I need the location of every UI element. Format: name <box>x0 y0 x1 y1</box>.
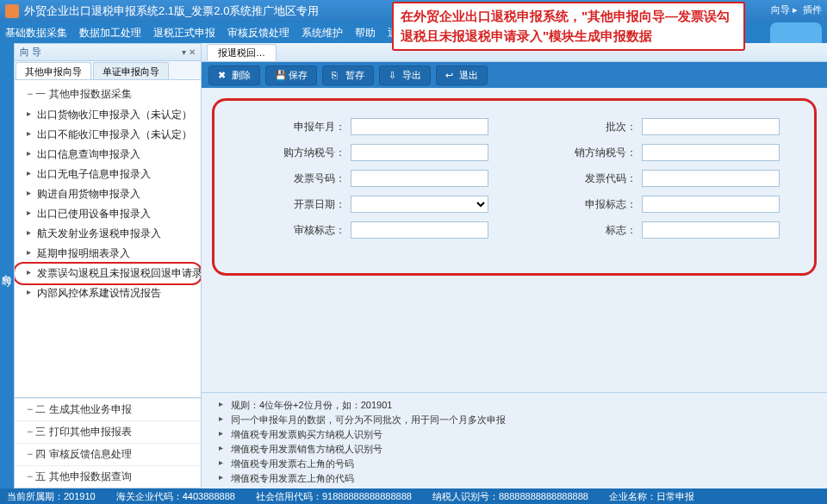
field-label: 批次： <box>606 120 637 134</box>
status-credit: 社会信用代码：91888888888888888 <box>256 490 412 503</box>
main-tab[interactable]: 报退税回… <box>207 44 277 61</box>
form-area: 申报年月：批次：购方纳税号：销方纳税号：发票号码：发票代码：开票日期：申报标志：… <box>212 98 817 276</box>
rule-line: 规则：4位年份+2位月份，如：201901 <box>210 398 818 413</box>
rules-panel: 规则：4位年份+2位月份，如：201901同一个申报年月的数据，可分为不同批次，… <box>202 392 827 488</box>
top-link[interactable]: 向导 ▸ <box>771 3 798 16</box>
field-label: 开票日期： <box>294 197 345 212</box>
status-period: 当前所属期：201910 <box>7 490 96 503</box>
field-label: 购方纳税号： <box>283 146 345 160</box>
menu-item[interactable]: 数据加工处理 <box>79 26 141 40</box>
rule-line: 增值税专用发票购买方纳税人识别号 <box>210 427 818 442</box>
field-label: 发票代码： <box>585 171 637 186</box>
tree-item[interactable]: 出口已使用设备申报录入 <box>15 204 201 224</box>
text-input[interactable] <box>642 170 780 187</box>
status-taxpayer: 纳税人识别号：88888888888888888 <box>432 490 588 503</box>
text-input[interactable] <box>351 144 488 161</box>
left-tab[interactable]: 单证申报向导 <box>93 62 169 79</box>
tree-item[interactable]: 航天发射业务退税申报录入 <box>15 224 201 244</box>
field-label: 申报年月： <box>294 120 345 134</box>
app-icon <box>5 4 19 18</box>
text-input[interactable] <box>642 196 780 213</box>
text-input[interactable] <box>642 221 780 239</box>
export-button[interactable]: ⇩导出 <box>379 65 431 85</box>
main-area: 报退税回… ✖删除💾保存⎘暂存⇩导出↩退出 申报年月：批次：购方纳税号：销方纳税… <box>202 43 827 488</box>
tree-item[interactable]: 出口货物收汇申报录入（未认定） <box>15 105 201 125</box>
wizard-side-tab[interactable]: 向导 <box>0 43 14 488</box>
status-bar: 当前所属期：201910 海关企业代码：4403888888 社会信用代码：91… <box>0 488 827 504</box>
tree-item[interactable]: 购进自用货物申报录入 <box>15 184 201 204</box>
rule-line: 增值税专用发票右上角的号码 <box>210 457 818 471</box>
status-customs: 海关企业代码：4403888888 <box>116 490 235 503</box>
status-company: 企业名称：日常申报 <box>609 490 694 503</box>
menu-item[interactable]: 帮助 <box>355 26 376 40</box>
menu-item[interactable]: 基础数据采集 <box>5 26 67 40</box>
nav-tree: 一 其他申报数据采集 出口货物收汇申报录入（未认定）出口不能收汇申报录入（未认定… <box>15 80 201 397</box>
annotation-callout: 在外贸企业出口退税申报系统，"其他申报向导—发票误勾退税且未报退税申请录入"模块… <box>392 2 745 51</box>
bottom-nav-item[interactable]: 三 打印其他申报报表 <box>15 420 201 443</box>
date-select[interactable] <box>351 196 488 213</box>
text-input[interactable] <box>642 118 780 135</box>
exit-icon: ↩ <box>445 70 456 80</box>
field-label: 申报标志： <box>585 197 637 212</box>
text-input[interactable] <box>351 170 488 187</box>
rule-line: 同一个申报年月的数据，可分为不同批次，用于同一个月多次申报 <box>210 413 818 427</box>
text-input[interactable] <box>642 144 780 161</box>
rule-line: 增值税专用发票销售方纳税人识别号 <box>210 442 818 457</box>
text-input[interactable] <box>351 221 488 239</box>
tree-group-1[interactable]: 一 其他申报数据采集 <box>15 84 201 105</box>
bottom-nav-item[interactable]: 四 审核反馈信息处理 <box>15 443 201 465</box>
left-tab[interactable]: 其他申报向导 <box>16 62 91 79</box>
tree-item[interactable]: 延期申报明细表录入 <box>15 244 201 264</box>
save-icon: 💾 <box>275 70 285 80</box>
field-label: 发票号码： <box>294 171 345 186</box>
left-tabstrip: 其他申报向导单证申报向导 <box>15 61 201 80</box>
rule-line: 增值税专用发票左上角的代码 <box>210 471 818 486</box>
field-label: 标志： <box>606 223 637 238</box>
left-panel-header: 向 导 ▾ ✕ <box>15 44 201 61</box>
menu-item[interactable]: 审核反馈处理 <box>227 26 289 40</box>
tree-item[interactable]: 出口信息查询申报录入 <box>15 145 201 165</box>
toolbar: ✖删除💾保存⎘暂存⇩导出↩退出 <box>202 62 827 88</box>
trash-button[interactable]: ✖删除 <box>208 65 260 85</box>
top-link[interactable]: 插件 <box>803 3 822 16</box>
menu-item[interactable]: 系统维护 <box>302 26 343 40</box>
menu-item[interactable]: 退税正式申报 <box>153 26 215 40</box>
field-label: 销方纳税号： <box>575 146 637 160</box>
tree-item[interactable]: 出口无电子信息申报录入 <box>15 165 201 184</box>
panel-controls[interactable]: ▾ ✕ <box>182 47 196 57</box>
field-label: 审核标志： <box>294 223 345 238</box>
export-icon: ⇩ <box>389 70 399 80</box>
bottom-nav: 二 生成其他业务申报三 打印其他申报报表四 审核反馈信息处理五 其他申报数据查询 <box>15 397 201 488</box>
bottom-nav-item[interactable]: 五 其他申报数据查询 <box>15 465 201 488</box>
text-input[interactable] <box>351 118 488 135</box>
tree-item[interactable]: 内部风控体系建设情况报告 <box>15 283 201 303</box>
bottom-nav-item[interactable]: 二 生成其他业务申报 <box>15 398 201 420</box>
tempsave-button[interactable]: ⎘暂存 <box>322 65 374 85</box>
tempsave-icon: ⎘ <box>332 70 342 80</box>
tree-item[interactable]: 出口不能收汇申报录入（未认定） <box>15 125 201 145</box>
save-button[interactable]: 💾保存 <box>265 65 317 85</box>
trash-icon: ✖ <box>218 70 228 80</box>
tree-item[interactable]: 发票误勾退税且未报退税回退申请录入 <box>15 264 201 283</box>
exit-button[interactable]: ↩退出 <box>436 65 488 85</box>
left-panel: 向 导 ▾ ✕ 其他申报向导单证申报向导 一 其他申报数据采集 出口货物收汇申报… <box>14 43 202 488</box>
app-title: 外贸企业出口退税申报系统2.1版_发票2.0系统推广地区专用 <box>24 3 319 19</box>
